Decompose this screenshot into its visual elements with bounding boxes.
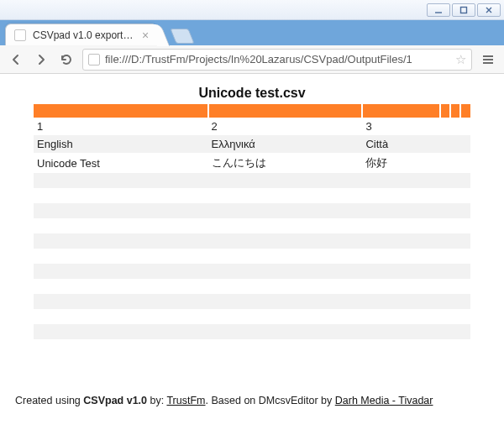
table-cell — [208, 339, 363, 354]
table-cell — [362, 188, 440, 203]
table-row — [34, 324, 470, 339]
table-cell — [362, 249, 440, 264]
table-cell: 2 — [208, 118, 363, 135]
table-row — [34, 294, 470, 309]
table-cell: 3 — [362, 118, 440, 135]
tab-close-button[interactable] — [140, 30, 150, 40]
footer-mid: . Based on DMcsvEditor by — [206, 395, 335, 406]
table-row — [34, 264, 470, 279]
table-cell — [208, 264, 363, 279]
table-cell — [362, 324, 440, 339]
table-row — [34, 279, 470, 294]
window-maximize-button[interactable] — [452, 3, 475, 17]
table-cell — [34, 188, 208, 203]
footer-credit: Created using CSVpad v1.0 by: TrustFm. B… — [12, 395, 492, 435]
arrow-right-icon — [34, 53, 48, 66]
arrow-left-icon — [9, 53, 23, 66]
table-cell — [362, 264, 440, 279]
back-button[interactable] — [7, 50, 25, 69]
footer-prefix: Created using — [15, 395, 83, 406]
table-cell — [208, 188, 363, 203]
table-cell — [208, 294, 363, 309]
table-row: Unicode Testこんにちは你好 — [34, 153, 470, 173]
table-cell — [34, 309, 208, 324]
table-cell: Ελληνικά — [208, 135, 363, 153]
table-cell: Città — [362, 135, 440, 153]
table-cell — [362, 309, 440, 324]
table-cell — [208, 249, 363, 264]
hamburger-icon — [481, 53, 495, 66]
table-row — [34, 203, 470, 218]
browser-menu-button[interactable] — [479, 50, 497, 69]
browser-tab[interactable]: CSVpad v1.0 export: Unic… — [5, 24, 158, 45]
close-icon — [485, 6, 493, 14]
table-cell — [362, 339, 440, 354]
page-viewport: Unicode test.csv 123EnglishΕλληνικάCittà… — [0, 74, 504, 435]
svg-rect-0 — [461, 7, 467, 13]
table-row — [34, 339, 470, 354]
table-row — [34, 188, 470, 203]
table-cell: こんにちは — [208, 153, 363, 173]
page-favicon-icon — [14, 29, 26, 41]
table-row — [34, 309, 470, 324]
table-cell — [208, 233, 363, 249]
table-cell — [208, 203, 363, 218]
table-cell — [34, 339, 208, 354]
table-cell — [34, 294, 208, 309]
table-row: EnglishΕλληνικάCittà — [34, 135, 470, 153]
table-cell — [208, 279, 363, 294]
table-row — [34, 249, 470, 264]
table-header-bar — [34, 104, 470, 118]
minimize-icon — [434, 6, 443, 14]
tab-strip: CSVpad v1.0 export: Unic… — [0, 20, 504, 45]
footer-app-name: CSVpad v1.0 — [83, 395, 147, 406]
window-titlebar — [0, 0, 504, 20]
footer-credit-link[interactable]: Darh Media - Tivadar — [335, 395, 433, 406]
table-cell — [208, 218, 363, 233]
table-cell — [34, 173, 208, 188]
footer-author-link[interactable]: TrustFm — [166, 395, 205, 406]
table-cell — [34, 218, 208, 233]
table-row — [34, 218, 470, 233]
address-bar-url: file:///D:/TrustFm/Projects/In%20Lazarus… — [105, 53, 450, 66]
table-cell — [362, 203, 440, 218]
page-icon — [88, 54, 100, 66]
reload-icon — [60, 53, 73, 66]
bookmark-star-icon[interactable]: ☆ — [455, 52, 466, 67]
table-cell — [362, 218, 440, 233]
tab-title: CSVpad v1.0 export: Unic… — [33, 29, 134, 41]
browser-toolbar: file:///D:/TrustFm/Projects/In%20Lazarus… — [0, 45, 504, 74]
address-bar[interactable]: file:///D:/TrustFm/Projects/In%20Lazarus… — [82, 49, 472, 71]
window-close-button[interactable] — [477, 3, 501, 17]
table-cell — [208, 173, 363, 188]
table-row: 123 — [34, 118, 470, 135]
table-cell — [34, 203, 208, 218]
window-minimize-button[interactable] — [427, 3, 450, 17]
table-cell — [34, 233, 208, 249]
table-row — [34, 173, 470, 188]
page-title: Unicode test.csv — [198, 86, 305, 101]
forward-button[interactable] — [32, 50, 50, 69]
table-cell — [34, 249, 208, 264]
footer-by: by: — [147, 395, 166, 406]
table-cell — [362, 279, 440, 294]
table-cell — [208, 324, 363, 339]
table-cell: English — [34, 135, 208, 153]
reload-button[interactable] — [57, 50, 76, 69]
maximize-icon — [459, 6, 468, 14]
table-row — [34, 233, 470, 249]
table-cell: 你好 — [362, 153, 440, 173]
table-cell — [34, 324, 208, 339]
table-cell: Unicode Test — [34, 153, 208, 173]
table-cell — [34, 279, 208, 294]
table-cell — [362, 233, 440, 249]
new-tab-button[interactable] — [170, 29, 194, 44]
table-cell — [208, 309, 363, 324]
table-cell — [34, 264, 208, 279]
csv-table: 123EnglishΕλληνικάCittàUnicode Testこんにちは… — [34, 104, 470, 354]
table-cell — [362, 173, 440, 188]
table-cell — [362, 294, 440, 309]
table-cell: 1 — [34, 118, 208, 135]
